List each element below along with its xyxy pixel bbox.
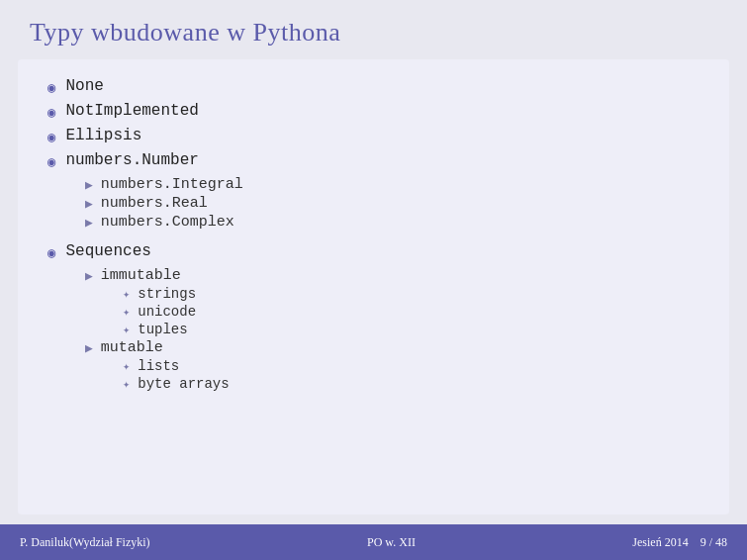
sub-sub-list: ✦ strings ✦ unicode ✦ tuples bbox=[123, 286, 700, 337]
item-label: immutable bbox=[101, 267, 181, 284]
item-label: tuples bbox=[138, 322, 187, 337]
list-item: ▶ numbers.Real bbox=[85, 195, 700, 212]
item-label: mutable bbox=[101, 339, 163, 356]
star-icon: ✦ bbox=[123, 377, 130, 392]
list-item: ◉ NotImplemented bbox=[47, 102, 700, 121]
list-item: ✦ byte arrays bbox=[123, 376, 700, 392]
slide-content: ◉ None ◉ NotImplemented ◉ Ellipsis ◉ num… bbox=[18, 59, 729, 514]
arrow-icon: ▶ bbox=[85, 196, 93, 212]
item-label: byte arrays bbox=[138, 376, 229, 392]
bullet-icon: ◉ bbox=[47, 244, 55, 261]
arrow-icon: ▶ bbox=[85, 268, 93, 284]
list-item: ▶ numbers.Integral bbox=[85, 176, 700, 193]
list-item: ▶ immutable bbox=[85, 267, 700, 284]
footer-info: Jesień 2014 9 / 48 bbox=[632, 535, 727, 550]
item-label: None bbox=[65, 77, 103, 95]
item-label: numbers.Complex bbox=[101, 214, 234, 231]
footer: P. Daniluk(Wydział Fizyki) PO w. XII Jes… bbox=[0, 524, 747, 560]
arrow-icon: ▶ bbox=[85, 177, 93, 193]
item-label: Sequences bbox=[65, 242, 150, 260]
star-icon: ✦ bbox=[123, 323, 130, 337]
list-item: ✦ unicode bbox=[123, 304, 700, 320]
bullet-icon: ◉ bbox=[47, 104, 55, 121]
item-label: strings bbox=[138, 286, 196, 302]
list-item: ◉ Ellipsis bbox=[47, 127, 700, 145]
item-label: Ellipsis bbox=[65, 127, 141, 144]
item-label: numbers.Integral bbox=[101, 176, 243, 193]
item-label: NotImplemented bbox=[65, 102, 198, 120]
footer-date: Jesień 2014 bbox=[632, 535, 688, 549]
list-item: ▶ mutable bbox=[85, 339, 700, 356]
slide-container: Typy wbudowane w Pythona ◉ None ◉ NotImp… bbox=[0, 0, 747, 560]
item-label: numbers.Number bbox=[65, 151, 198, 169]
sub-list: ▶ immutable ✦ strings ✦ unicode ✦ tuples bbox=[85, 267, 700, 394]
sub-list: ▶ numbers.Integral ▶ numbers.Real ▶ numb… bbox=[85, 176, 700, 233]
footer-page: 9 / 48 bbox=[700, 535, 727, 549]
list-item: ✦ lists bbox=[123, 358, 700, 374]
item-label: unicode bbox=[138, 304, 196, 320]
star-icon: ✦ bbox=[123, 359, 130, 374]
list-item: ◉ numbers.Number bbox=[47, 151, 700, 170]
slide-body: ◉ None ◉ NotImplemented ◉ Ellipsis ◉ num… bbox=[47, 77, 700, 398]
footer-title: PO w. XII bbox=[367, 535, 416, 550]
arrow-icon: ▶ bbox=[85, 340, 93, 356]
list-item: ✦ strings bbox=[123, 286, 700, 302]
sub-sub-list: ✦ lists ✦ byte arrays bbox=[123, 358, 700, 392]
list-item: ◉ Sequences bbox=[47, 242, 700, 261]
bullet-icon: ◉ bbox=[47, 153, 55, 170]
bullet-icon: ◉ bbox=[47, 79, 55, 96]
star-icon: ✦ bbox=[123, 305, 130, 320]
arrow-icon: ▶ bbox=[85, 215, 93, 231]
list-item: ▶ numbers.Complex bbox=[85, 214, 700, 231]
slide-title: Typy wbudowane w Pythona bbox=[0, 0, 747, 59]
list-item: ◉ None bbox=[47, 77, 700, 96]
bullet-icon: ◉ bbox=[47, 129, 55, 145]
footer-author: P. Daniluk(Wydział Fizyki) bbox=[20, 535, 150, 550]
list-item: ✦ tuples bbox=[123, 322, 700, 337]
star-icon: ✦ bbox=[123, 287, 130, 302]
item-label: lists bbox=[138, 358, 179, 374]
item-label: numbers.Real bbox=[101, 195, 208, 212]
